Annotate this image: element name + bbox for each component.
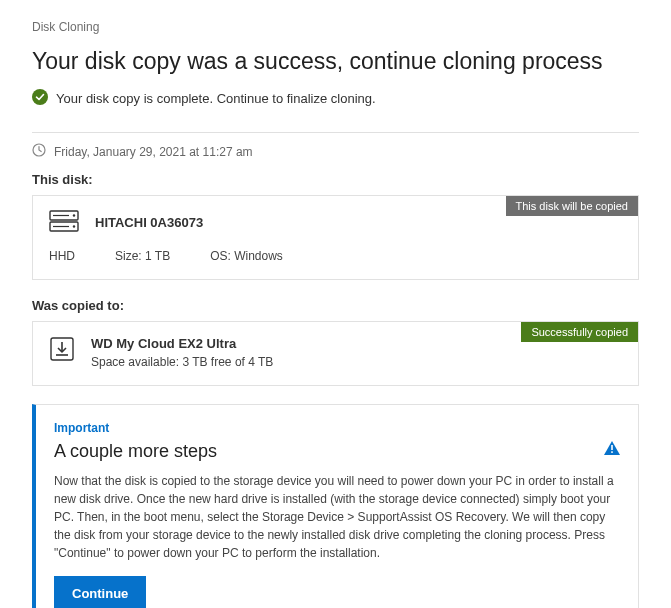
clock-icon — [32, 143, 46, 160]
svg-rect-11 — [611, 445, 613, 450]
source-os: OS: Windows — [210, 249, 283, 263]
status-line: Your disk copy is complete. Continue to … — [32, 89, 639, 108]
page-title: Your disk copy was a success, continue c… — [32, 48, 639, 75]
important-label: Important — [54, 421, 620, 435]
check-circle-icon — [32, 89, 48, 108]
important-title: A couple more steps — [54, 441, 620, 462]
dest-disk-card: Successfully copied WD My Cloud EX2 Ultr… — [32, 321, 639, 386]
continue-button[interactable]: Continue — [54, 576, 146, 608]
timestamp-line: Friday, January 29, 2021 at 11:27 am — [32, 143, 639, 160]
svg-point-6 — [73, 225, 75, 227]
source-size: Size: 1 TB — [115, 249, 170, 263]
dest-section-label: Was copied to: — [32, 298, 639, 313]
source-disk-card: This disk will be copied HITACHI 0A36073… — [32, 195, 639, 280]
timestamp-text: Friday, January 29, 2021 at 11:27 am — [54, 145, 253, 159]
warning-icon — [604, 441, 620, 458]
source-section-label: This disk: — [32, 172, 639, 187]
source-disk-name: HITACHI 0A36073 — [95, 215, 203, 230]
storage-download-icon — [49, 336, 75, 365]
source-tag: This disk will be copied — [506, 196, 639, 216]
svg-point-3 — [73, 214, 75, 216]
important-body: Now that the disk is copied to the stora… — [54, 472, 620, 562]
important-box: Important A couple more steps Now that t… — [32, 404, 639, 608]
svg-point-0 — [32, 89, 48, 105]
disk-icon — [49, 210, 79, 235]
dest-space: Space available: 3 TB free of 4 TB — [91, 355, 273, 369]
dest-tag: Successfully copied — [521, 322, 638, 342]
breadcrumb: Disk Cloning — [32, 20, 639, 34]
svg-rect-12 — [611, 451, 613, 453]
status-text: Your disk copy is complete. Continue to … — [56, 91, 376, 106]
source-type: HHD — [49, 249, 75, 263]
dest-disk-name: WD My Cloud EX2 Ultra — [91, 336, 273, 351]
separator — [32, 132, 639, 133]
